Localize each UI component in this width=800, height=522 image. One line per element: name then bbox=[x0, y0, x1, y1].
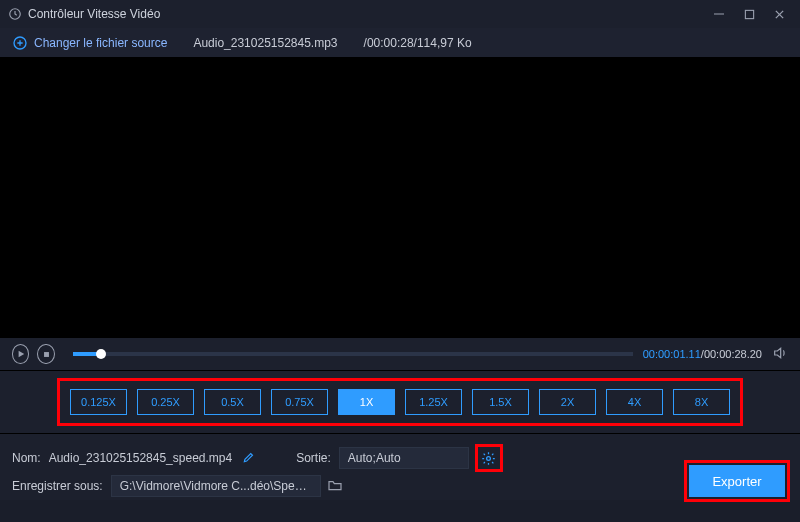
speed-0.75x[interactable]: 0.75X bbox=[271, 389, 328, 415]
volume-button[interactable] bbox=[772, 345, 788, 364]
app-icon bbox=[8, 7, 22, 21]
source-bar: Changer le fichier source Audio_23102515… bbox=[0, 28, 800, 58]
speed-0.5x[interactable]: 0.5X bbox=[204, 389, 261, 415]
output-name-value: Audio_231025152845_speed.mp4 bbox=[49, 448, 233, 468]
bottom-panel: Nom: Audio_231025152845_speed.mp4 Sortie… bbox=[0, 434, 800, 500]
time-total: 00:00:28.20 bbox=[704, 348, 762, 360]
browse-folder-button[interactable] bbox=[327, 478, 343, 495]
saveto-label: Enregistrer sous: bbox=[12, 479, 103, 493]
speed-panel: 0.125X0.25X0.5X0.75X1X1.25X1.5X2X4X8X bbox=[0, 370, 800, 434]
source-meta: /00:00:28/114,97 Ko bbox=[364, 36, 472, 50]
speed-2x[interactable]: 2X bbox=[539, 389, 596, 415]
change-source-button[interactable]: Changer le fichier source bbox=[12, 35, 167, 51]
svg-rect-1 bbox=[714, 14, 724, 15]
svg-rect-4 bbox=[44, 352, 49, 357]
transport-bar: 00:00:01.11 / 00:00:28.20 bbox=[0, 338, 800, 370]
minimize-button[interactable] bbox=[706, 4, 732, 24]
stop-button[interactable] bbox=[37, 344, 54, 364]
export-highlight: Exporter bbox=[684, 460, 790, 502]
speed-1.5x[interactable]: 1.5X bbox=[472, 389, 529, 415]
source-filename: Audio_231025152845.mp3 bbox=[193, 36, 337, 50]
name-label: Nom: bbox=[12, 451, 41, 465]
format-value[interactable]: Auto;Auto bbox=[339, 447, 469, 469]
svg-rect-2 bbox=[745, 10, 753, 18]
speed-8x[interactable]: 8X bbox=[673, 389, 730, 415]
speed-0.125x[interactable]: 0.125X bbox=[70, 389, 127, 415]
change-source-label: Changer le fichier source bbox=[34, 36, 167, 50]
edit-name-button[interactable] bbox=[242, 450, 256, 467]
speed-0.25x[interactable]: 0.25X bbox=[137, 389, 194, 415]
seek-thumb[interactable] bbox=[96, 349, 106, 359]
format-label: Sortie: bbox=[296, 451, 331, 465]
play-button[interactable] bbox=[12, 344, 29, 364]
close-button[interactable] bbox=[766, 4, 792, 24]
titlebar: Contrôleur Vitesse Vidéo bbox=[0, 0, 800, 28]
maximize-button[interactable] bbox=[736, 4, 762, 24]
svg-point-5 bbox=[487, 456, 491, 460]
export-button[interactable]: Exporter bbox=[689, 465, 785, 497]
time-current: 00:00:01.11 bbox=[643, 348, 701, 360]
settings-highlight bbox=[475, 444, 503, 472]
speed-buttons-highlight: 0.125X0.25X0.5X0.75X1X1.25X1.5X2X4X8X bbox=[57, 378, 743, 426]
window-title: Contrôleur Vitesse Vidéo bbox=[28, 7, 160, 21]
speed-1x[interactable]: 1X bbox=[338, 389, 395, 415]
saveto-path[interactable]: G:\Vidmore\Vidmore C...déo\Speed Control… bbox=[111, 475, 321, 497]
speed-4x[interactable]: 4X bbox=[606, 389, 663, 415]
output-settings-button[interactable] bbox=[479, 448, 499, 468]
seek-slider[interactable] bbox=[73, 352, 633, 356]
speed-1.25x[interactable]: 1.25X bbox=[405, 389, 462, 415]
video-preview bbox=[0, 58, 800, 338]
